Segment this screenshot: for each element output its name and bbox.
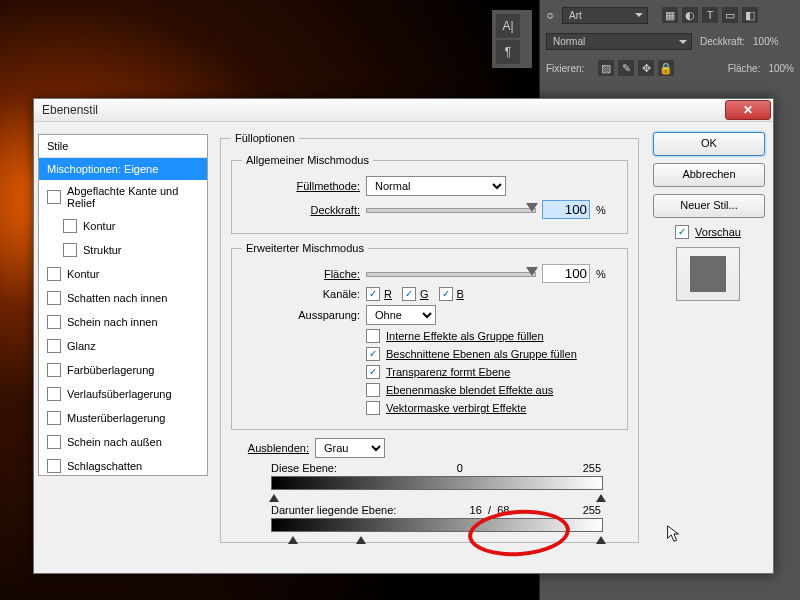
- sidebar-item-inner-shadow[interactable]: Schatten nach innen: [39, 286, 207, 310]
- opacity-input[interactable]: [542, 200, 590, 219]
- cb-vectormask-hides[interactable]: [366, 401, 380, 415]
- dialog-title: Ebenenstil: [42, 103, 98, 117]
- checkbox[interactable]: [47, 363, 61, 377]
- sidebar-item-outer-glow[interactable]: Schein nach außen: [39, 430, 207, 454]
- opacity-slider[interactable]: [366, 203, 536, 217]
- this-layer-track[interactable]: [271, 476, 603, 490]
- filter-adjust-icon[interactable]: ◐: [682, 7, 698, 23]
- knockout-label: Aussparung:: [242, 309, 360, 321]
- cb-blend-interior[interactable]: [366, 329, 380, 343]
- close-button[interactable]: ✕: [725, 100, 771, 120]
- close-icon: ✕: [743, 103, 753, 117]
- under-lo: 16: [470, 504, 482, 516]
- paragraph-panel-icon[interactable]: ¶: [496, 40, 520, 64]
- checkbox[interactable]: [47, 190, 61, 204]
- fill-opacity-slider[interactable]: [366, 267, 536, 281]
- sidebar-item-contour[interactable]: Kontur: [39, 214, 207, 238]
- ps-side-dock: A| ¶: [492, 10, 532, 68]
- checkbox[interactable]: [47, 267, 61, 281]
- sidebar-item-blending-options[interactable]: Mischoptionen: Eigene: [39, 158, 207, 180]
- under-hi: 255: [583, 504, 601, 516]
- preview-swatch: [676, 247, 740, 301]
- channel-g-checkbox[interactable]: [402, 287, 416, 301]
- lock-paint-icon[interactable]: ✎: [618, 60, 634, 76]
- sidebar-item-inner-glow[interactable]: Schein nach innen: [39, 310, 207, 334]
- advanced-blend-group: Erweiterter Mischmodus Fläche: % Kanäle:…: [231, 242, 628, 430]
- checkbox[interactable]: [47, 411, 61, 425]
- layer-fill-label: Fläche:: [728, 63, 761, 74]
- cancel-button[interactable]: Abbrechen: [653, 163, 765, 187]
- dialog-titlebar[interactable]: Ebenenstil ✕: [34, 99, 773, 122]
- channel-b-checkbox[interactable]: [439, 287, 453, 301]
- general-blend-title: Allgemeiner Mischmodus: [242, 154, 373, 166]
- under-lo2: 68: [497, 504, 509, 516]
- styles-header[interactable]: Stile: [39, 135, 207, 158]
- lock-move-icon[interactable]: ✥: [638, 60, 654, 76]
- layer-style-dialog: Ebenenstil ✕ Stile Mischoptionen: Eigene…: [33, 98, 774, 574]
- fill-opacity-label: Fläche:: [242, 268, 360, 280]
- channel-r-checkbox[interactable]: [366, 287, 380, 301]
- filter-smart-icon[interactable]: ◧: [742, 7, 758, 23]
- lock-transparent-icon[interactable]: ▨: [598, 60, 614, 76]
- sidebar-item-stroke[interactable]: Kontur: [39, 262, 207, 286]
- new-style-button[interactable]: Neuer Stil...: [653, 194, 765, 218]
- filter-shape-icon[interactable]: ▭: [722, 7, 738, 23]
- opacity-label: Deckkraft:: [242, 204, 360, 216]
- under-layer-label: Darunter liegende Ebene:: [271, 504, 396, 516]
- preview-checkbox[interactable]: [675, 225, 689, 239]
- blend-if-label: Ausblenden:: [231, 442, 309, 454]
- filter-pixel-icon[interactable]: ▦: [662, 7, 678, 23]
- channels-label: Kanäle:: [242, 288, 360, 300]
- percent-label: %: [596, 204, 606, 216]
- knockout-select[interactable]: Ohne: [366, 305, 436, 325]
- blend-mode-select[interactable]: Normal: [366, 176, 506, 196]
- checkbox[interactable]: [47, 459, 61, 473]
- fill-opacity-input[interactable]: [542, 264, 590, 283]
- layer-fill-value[interactable]: 100%: [768, 63, 794, 74]
- sidebar-item-texture[interactable]: Struktur: [39, 238, 207, 262]
- advanced-blend-title: Erweiterter Mischmodus: [242, 242, 368, 254]
- ok-button[interactable]: OK: [653, 132, 765, 156]
- lock-all-icon[interactable]: 🔒: [658, 60, 674, 76]
- checkbox[interactable]: [63, 219, 77, 233]
- checkbox[interactable]: [47, 387, 61, 401]
- layer-blendmode-dropdown[interactable]: Normal: [546, 33, 692, 50]
- sidebar-item-pattern-overlay[interactable]: Musterüberlagerung: [39, 406, 207, 430]
- fill-options-title: Fülloptionen: [231, 132, 299, 144]
- layer-opacity-label: Deckkraft:: [700, 36, 745, 47]
- sidebar-item-satin[interactable]: Glanz: [39, 334, 207, 358]
- sidebar-item-gradient-overlay[interactable]: Verlaufsüberlagerung: [39, 382, 207, 406]
- sidebar-item-bevel[interactable]: Abgeflachte Kante und Relief: [39, 180, 207, 214]
- styles-list: Stile Mischoptionen: Eigene Abgeflachte …: [38, 134, 208, 476]
- preview-label: Vorschau: [695, 226, 741, 238]
- kind-dropdown[interactable]: Art: [562, 7, 648, 24]
- cb-transparency-shapes[interactable]: [366, 365, 380, 379]
- blend-if-select[interactable]: Grau: [315, 438, 385, 458]
- cb-blend-clipped[interactable]: [366, 347, 380, 361]
- under-layer-track[interactable]: [271, 518, 603, 532]
- this-layer-label: Diese Ebene:: [271, 462, 337, 474]
- this-layer-hi: 255: [583, 462, 601, 474]
- char-panel-icon[interactable]: A|: [496, 14, 520, 38]
- checkbox[interactable]: [63, 243, 77, 257]
- checkbox[interactable]: [47, 291, 61, 305]
- layer-opacity-value[interactable]: 100%: [753, 36, 779, 47]
- fill-options-group: Fülloptionen Allgemeiner Mischmodus Füll…: [220, 132, 639, 543]
- filter-text-icon[interactable]: T: [702, 7, 718, 23]
- blend-mode-label: Füllmethode:: [242, 180, 360, 192]
- checkbox[interactable]: [47, 339, 61, 353]
- general-blend-group: Allgemeiner Mischmodus Füllmethode: Norm…: [231, 154, 628, 234]
- checkbox[interactable]: [47, 435, 61, 449]
- this-layer-lo: 0: [457, 462, 463, 474]
- checkbox[interactable]: [47, 315, 61, 329]
- sidebar-item-drop-shadow[interactable]: Schlagschatten: [39, 454, 207, 476]
- sidebar-item-color-overlay[interactable]: Farbüberlagerung: [39, 358, 207, 382]
- lock-label: Fixieren:: [546, 63, 584, 74]
- cb-layermask-hides[interactable]: [366, 383, 380, 397]
